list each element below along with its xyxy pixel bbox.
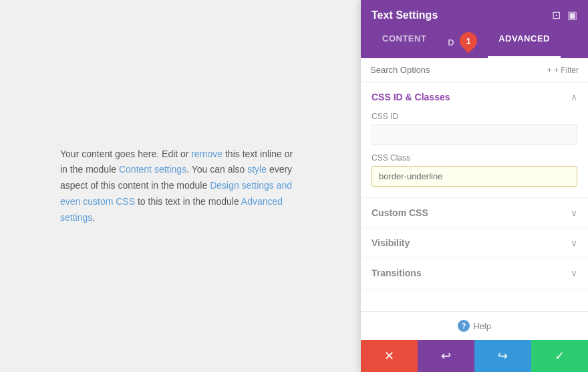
layout-icon[interactable]: ▣ [567, 10, 577, 21]
chevron-up-icon: ∧ [571, 92, 577, 102]
css-class-input[interactable] [372, 166, 577, 187]
section-visibility-title: Visibility [372, 238, 410, 248]
css-class-label: CSS Class [372, 153, 577, 163]
chevron-down-icon-custom: ∨ [571, 207, 577, 218]
chevron-down-icon-transitions: ∨ [571, 268, 577, 278]
search-bar: + + Filter [361, 58, 588, 82]
section-visibility-header[interactable]: Visibility ∨ [361, 228, 588, 258]
help-button[interactable]: ? Help [458, 320, 491, 332]
help-label: Help [473, 321, 491, 331]
section-css-id-classes: CSS ID & Classes ∧ CSS ID CSS Class 2 [361, 82, 588, 198]
panel-tabs: Content D 1 Advanced [372, 28, 577, 58]
undo-button[interactable]: ↩ [418, 340, 474, 372]
tab-design[interactable]: D 1 [437, 28, 488, 58]
section-transitions: Transitions ∨ [361, 258, 588, 288]
redo-button[interactable]: ↪ [474, 340, 531, 372]
left-panel: Your content goes here. Edit or remove t… [0, 0, 361, 372]
chevron-down-icon-visibility: ∨ [571, 238, 577, 248]
panel-header: Text Settings ⊡ ▣ Content D 1 Advanced [361, 0, 588, 58]
css-id-label: CSS ID [372, 112, 577, 121]
panel-body: CSS ID & Classes ∧ CSS ID CSS Class 2 [361, 82, 588, 311]
style-link[interactable]: style [247, 164, 267, 175]
panel-icons: ⊡ ▣ [552, 10, 577, 21]
expand-icon[interactable]: ⊡ [552, 10, 561, 21]
panel-title-row: Text Settings ⊡ ▣ [372, 9, 577, 21]
remove-link[interactable]: remove [191, 149, 223, 159]
cancel-button[interactable]: ✕ [361, 340, 418, 372]
section-transitions-header[interactable]: Transitions ∨ [361, 258, 588, 288]
tab-content[interactable]: Content [372, 28, 437, 58]
save-button[interactable]: ✓ [531, 340, 588, 372]
step-1-badge: 1 [456, 29, 481, 54]
filter-button[interactable]: + + Filter [547, 65, 579, 75]
section-transitions-title: Transitions [372, 268, 422, 278]
section-custom-css-header[interactable]: Custom CSS ∨ [361, 198, 588, 227]
settings-panel: Text Settings ⊡ ▣ Content D 1 Advanced [361, 0, 588, 372]
content-settings-link[interactable]: Content settings [119, 164, 186, 175]
section-css-id-classes-content: CSS ID CSS Class 2 [361, 112, 588, 197]
step-2-badge: 2 [361, 164, 364, 189]
panel-title: Text Settings [372, 9, 438, 21]
search-input[interactable] [370, 65, 543, 75]
section-visibility: Visibility ∨ [361, 228, 588, 258]
section-custom-css-title: Custom CSS [372, 207, 428, 218]
css-id-input[interactable] [372, 124, 577, 145]
css-class-row: 2 [372, 166, 577, 187]
panel-footer: ? Help [361, 311, 588, 340]
section-custom-css: Custom CSS ∨ [361, 198, 588, 228]
section-css-id-classes-header[interactable]: CSS ID & Classes ∧ [361, 82, 588, 112]
action-row: ✕ ↩ ↪ ✓ [361, 340, 588, 372]
section-css-id-classes-title: CSS ID & Classes [372, 92, 450, 102]
tab-advanced[interactable]: Advanced [488, 28, 561, 58]
content-text: Your content goes here. Edit or remove t… [60, 147, 301, 226]
help-icon: ? [458, 320, 470, 332]
